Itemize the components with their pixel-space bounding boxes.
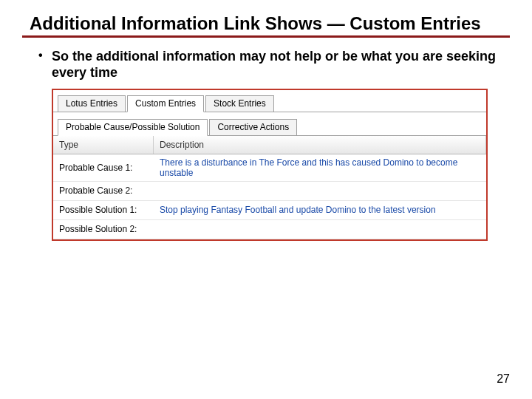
cell-desc: There is a disturbance in The Force and … <box>154 154 486 181</box>
bullet-1: So the additional information may not he… <box>38 48 510 81</box>
tab-probable-cause[interactable]: Probable Cause/Possible Solution <box>58 119 208 136</box>
table-row: Possible Solution 2: <box>53 220 486 239</box>
table-row: Probable Cause 1: There is a disturbance… <box>53 154 486 182</box>
table-row: Probable Cause 2: <box>53 182 486 201</box>
tab-lotus-entries[interactable]: Lotus Entries <box>58 95 126 112</box>
cell-type: Probable Cause 1: <box>53 160 154 176</box>
cell-desc <box>154 188 486 194</box>
table-header: Type Description <box>53 136 486 154</box>
screenshot-frame: Lotus Entries Custom Entries Stock Entri… <box>52 89 488 241</box>
cell-type: Probable Cause 2: <box>53 183 154 199</box>
slide-title: Additional Information Link Shows — Cust… <box>30 13 510 34</box>
col-description: Description <box>154 136 486 154</box>
tab-stock-entries[interactable]: Stock Entries <box>205 95 274 112</box>
cell-type: Possible Solution 2: <box>53 221 154 237</box>
top-tab-row: Lotus Entries Custom Entries Stock Entri… <box>53 90 486 112</box>
col-type: Type <box>53 136 154 154</box>
table-row: Possible Solution 1: Stop playing Fantas… <box>53 201 486 220</box>
tab-corrective-actions[interactable]: Corrective Actions <box>209 119 297 135</box>
cell-type: Possible Solution 1: <box>53 202 154 218</box>
cell-desc: Stop playing Fantasy Football and update… <box>154 202 486 218</box>
title-rule <box>22 35 510 38</box>
page-number: 27 <box>497 372 510 386</box>
cell-desc <box>154 226 486 232</box>
tab-custom-entries[interactable]: Custom Entries <box>127 95 204 112</box>
sub-tab-row: Probable Cause/Possible Solution Correct… <box>53 112 486 136</box>
